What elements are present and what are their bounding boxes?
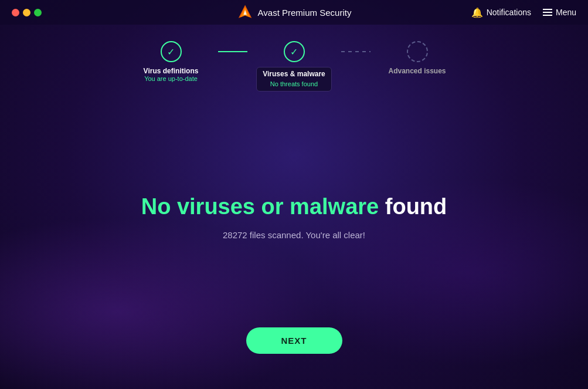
main-headline: No viruses or malware found — [141, 194, 447, 221]
step-advanced-issues: Advanced issues — [371, 41, 464, 75]
scan-subtext: 28272 files scanned. You're all clear! — [223, 230, 365, 240]
next-button-container: NEXT — [246, 327, 342, 354]
notifications-label: Notifications — [487, 8, 531, 17]
traffic-light-red[interactable] — [12, 9, 19, 16]
step2-texts: Viruses & malware No threats found — [256, 67, 332, 92]
notifications-button[interactable]: 🔔 Notifications — [471, 7, 531, 18]
step1-checkmark-icon: ✓ — [167, 46, 175, 57]
next-button[interactable]: NEXT — [246, 327, 342, 354]
connector-2-3 — [341, 51, 371, 52]
step1-subtitle: You are up-to-date — [144, 75, 199, 82]
traffic-light-green[interactable] — [34, 9, 42, 16]
menu-label: Menu — [556, 8, 576, 17]
step2-subtitle: No threats found — [270, 80, 318, 87]
step3-texts: Advanced issues — [388, 67, 446, 75]
traffic-light-yellow[interactable] — [23, 9, 30, 16]
step1-title: Virus definitions — [144, 67, 199, 75]
main-content: ✓ Virus definitions You are up-to-date ✓… — [0, 25, 588, 389]
traffic-lights — [12, 9, 42, 16]
titlebar: Avast Premium Security 🔔 Notifications M… — [0, 0, 588, 25]
step-viruses-malware: ✓ Viruses & malware No threats found — [247, 41, 341, 92]
connector-1-2 — [218, 51, 247, 52]
titlebar-right: 🔔 Notifications Menu — [471, 7, 576, 18]
app-title: Avast Premium Security — [258, 8, 352, 18]
bell-icon: 🔔 — [471, 7, 483, 18]
titlebar-center: Avast Premium Security — [237, 4, 352, 21]
headline-green: No viruses or malware — [141, 194, 379, 219]
avast-logo-icon — [237, 4, 253, 21]
step2-title: Viruses & malware — [263, 70, 325, 78]
step3-circle — [407, 41, 428, 62]
step-virus-definitions: ✓ Virus definitions You are up-to-date — [124, 41, 218, 82]
menu-button[interactable]: Menu — [543, 8, 576, 17]
step3-title: Advanced issues — [388, 67, 446, 75]
step1-texts: Virus definitions You are up-to-date — [144, 67, 199, 82]
hamburger-icon — [543, 9, 552, 16]
step2-circle: ✓ — [284, 41, 305, 62]
titlebar-left — [12, 9, 42, 16]
step2-checkmark-icon: ✓ — [290, 46, 298, 57]
headline-white-word: found — [385, 194, 447, 219]
steps-progress: ✓ Virus definitions You are up-to-date ✓… — [124, 25, 464, 92]
step1-circle: ✓ — [161, 41, 182, 62]
